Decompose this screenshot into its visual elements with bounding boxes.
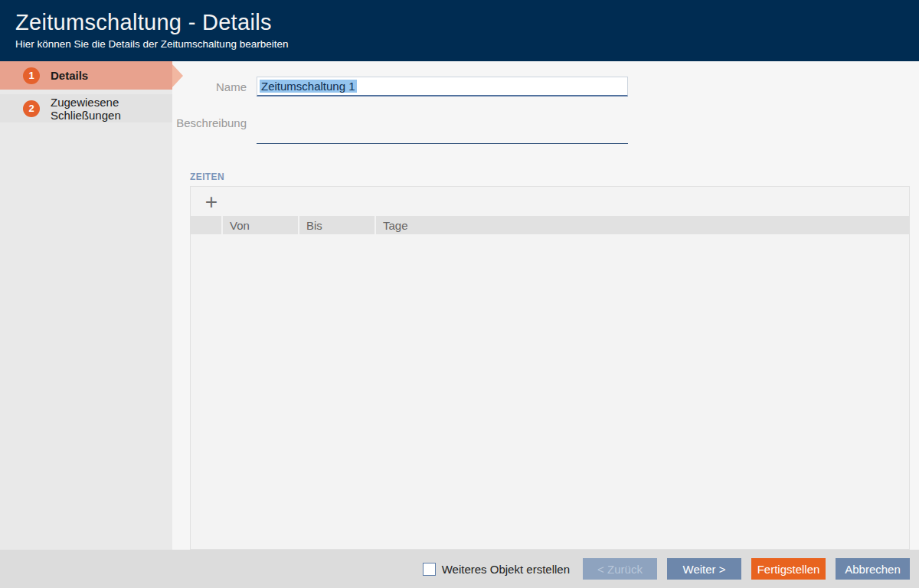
- description-label: Beschreibung: [172, 109, 257, 144]
- step-2-label: Zugewiesene Schließungen: [51, 96, 172, 122]
- times-column-bis: Bis: [299, 216, 374, 234]
- step-2-number-icon: 2: [23, 100, 40, 117]
- details-form-area: Name Zeitumschaltung 1 Beschreibung ZEIT…: [172, 61, 919, 550]
- wizard-step-sidebar: 1 Details 2 Zugewiesene Schließungen: [0, 61, 172, 550]
- name-input[interactable]: Zeitumschaltung 1: [257, 77, 628, 96]
- step-1-label: Details: [51, 69, 88, 82]
- finish-button[interactable]: Fertigstellen: [751, 558, 826, 580]
- times-column-von: Von: [223, 216, 298, 234]
- times-section-title: ZEITEN: [190, 172, 224, 182]
- page-title: Zeitumschaltung - Details: [15, 10, 919, 35]
- next-button[interactable]: Weiter >: [667, 558, 741, 580]
- dialog-header: Zeitumschaltung - Details Hier können Si…: [0, 0, 919, 61]
- times-column-selector: [191, 216, 221, 234]
- cancel-button[interactable]: Abbrechen: [836, 558, 910, 580]
- name-input-selected-text: Zeitumschaltung 1: [260, 80, 357, 93]
- wizard-step-zugewiesene-schliessungen[interactable]: 2 Zugewiesene Schließungen: [0, 94, 172, 122]
- times-table-header: Von Bis Tage: [191, 216, 909, 234]
- back-button[interactable]: < Zurück: [583, 558, 657, 580]
- page-subtitle: Hier können Sie die Details der Zeitumsc…: [15, 38, 919, 50]
- description-input[interactable]: [257, 109, 628, 144]
- add-time-button[interactable]: +: [200, 191, 223, 214]
- name-label: Name: [172, 80, 257, 93]
- create-another-label: Weiteres Objekt erstellen: [442, 563, 570, 576]
- dialog-button-bar: Weiteres Objekt erstellen < Zurück Weite…: [0, 550, 919, 588]
- step-1-number-icon: 1: [23, 67, 40, 84]
- create-another-checkbox[interactable]: [423, 563, 436, 576]
- create-another-group: Weiteres Objekt erstellen: [423, 563, 570, 576]
- times-column-tage: Tage: [376, 216, 909, 234]
- times-table-panel: + Von Bis Tage: [190, 186, 910, 550]
- wizard-step-details[interactable]: 1 Details: [0, 61, 172, 90]
